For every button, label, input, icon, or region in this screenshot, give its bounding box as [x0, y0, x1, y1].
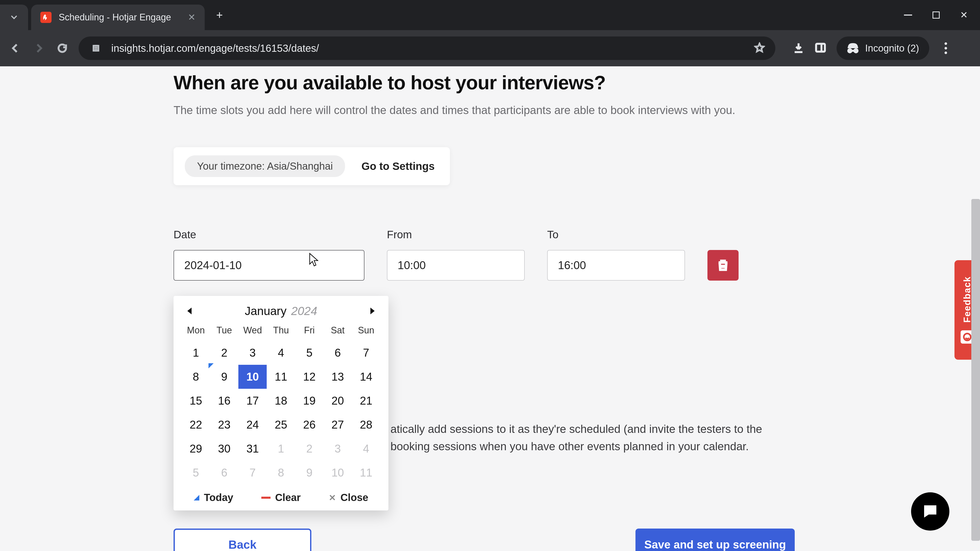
- main-content: When are you available to host your inte…: [173, 66, 796, 281]
- calendar-day[interactable]: 20: [324, 389, 352, 413]
- calendar-day[interactable]: 10: [239, 365, 267, 389]
- back-icon[interactable]: [8, 41, 22, 56]
- calendar-day[interactable]: 27: [324, 413, 352, 437]
- trash-icon: [716, 259, 730, 272]
- calendar-day[interactable]: 9: [210, 365, 239, 389]
- side-panel-icon[interactable]: [815, 42, 826, 55]
- calendar-day[interactable]: 17: [239, 389, 267, 413]
- browser-tab[interactable]: Scheduling - Hotjar Engage ✕: [31, 5, 205, 30]
- page-heading: When are you available to host your inte…: [173, 71, 796, 94]
- window-maximize-icon[interactable]: [932, 11, 940, 19]
- browser-menu-icon[interactable]: [939, 42, 952, 54]
- date-input[interactable]: [173, 250, 364, 281]
- from-label: From: [387, 229, 525, 241]
- downloads-icon[interactable]: [793, 42, 804, 55]
- calendar-day[interactable]: 11: [267, 365, 295, 389]
- chat-icon: [921, 502, 939, 521]
- calendar-day: 2: [295, 437, 324, 461]
- calendar-day[interactable]: 23: [210, 413, 239, 437]
- date-label: Date: [173, 229, 364, 241]
- calendar-day: 1: [267, 437, 295, 461]
- calendar-day: 8: [267, 461, 295, 485]
- calendar-dow: Fri: [295, 321, 324, 341]
- chat-fab[interactable]: [911, 492, 950, 530]
- calendar-day[interactable]: 19: [295, 389, 324, 413]
- calendar-day: 9: [295, 461, 324, 485]
- calendar-info-text: atically add sessions to it as they're s…: [390, 421, 789, 454]
- calendar-month-year[interactable]: January2024: [245, 304, 317, 318]
- settings-link[interactable]: Go to Settings: [361, 160, 434, 172]
- calendar-grid: MonTueWedThuFriSatSun1234567891011121314…: [182, 321, 380, 485]
- calendar-clear-button[interactable]: Clear: [261, 492, 301, 503]
- hotjar-favicon-icon: [40, 12, 52, 23]
- calendar-day[interactable]: 29: [182, 437, 210, 461]
- tab-search-dropdown[interactable]: [0, 5, 28, 30]
- forward-icon[interactable]: [32, 41, 46, 56]
- from-input[interactable]: [387, 250, 525, 281]
- calendar-day[interactable]: 24: [239, 413, 267, 437]
- delete-slot-button[interactable]: [708, 250, 738, 281]
- calendar-day[interactable]: 5: [295, 341, 324, 365]
- feedback-label: Feedback: [962, 276, 973, 323]
- page-subheading: The time slots you add here will control…: [173, 104, 796, 117]
- window-close-icon[interactable]: ✕: [960, 10, 968, 21]
- calendar-day: 4: [352, 437, 380, 461]
- calendar-dow: Wed: [239, 321, 267, 341]
- calendar-day[interactable]: 30: [210, 437, 239, 461]
- address-bar[interactable]: [79, 37, 775, 60]
- calendar-day[interactable]: 21: [352, 389, 380, 413]
- incognito-label: Incognito (2): [865, 43, 919, 54]
- calendar-day[interactable]: 22: [182, 413, 210, 437]
- vertical-scrollbar[interactable]: [971, 199, 980, 541]
- calendar-day[interactable]: 7: [352, 341, 380, 365]
- calendar-day: 5: [182, 461, 210, 485]
- from-field-group: From: [387, 229, 525, 281]
- timezone-chip: Your timezone: Asia/Shanghai: [185, 156, 345, 177]
- to-label: To: [547, 229, 685, 241]
- calendar-dow: Mon: [182, 321, 210, 341]
- reload-icon[interactable]: [55, 41, 69, 56]
- tab-title: Scheduling - Hotjar Engage: [59, 12, 180, 23]
- calendar-day[interactable]: 16: [210, 389, 239, 413]
- bookmark-star-icon[interactable]: [754, 42, 765, 54]
- calendar-day[interactable]: 14: [352, 365, 380, 389]
- calendar-dow: Tue: [210, 321, 239, 341]
- window-controls: ✕: [904, 0, 980, 30]
- calendar-day[interactable]: 8: [182, 365, 210, 389]
- calendar-day[interactable]: 4: [267, 341, 295, 365]
- next-month-icon[interactable]: [367, 306, 377, 316]
- tab-close-icon[interactable]: ✕: [188, 12, 196, 23]
- calendar-day[interactable]: 26: [295, 413, 324, 437]
- calendar-dow: Sun: [352, 321, 380, 341]
- calendar-day[interactable]: 12: [295, 365, 324, 389]
- calendar-day[interactable]: 25: [267, 413, 295, 437]
- calendar-day[interactable]: 6: [324, 341, 352, 365]
- calendar-day[interactable]: 2: [210, 341, 239, 365]
- calendar-day[interactable]: 15: [182, 389, 210, 413]
- window-minimize-icon[interactable]: [904, 14, 912, 16]
- to-input[interactable]: [547, 250, 685, 281]
- calendar-day[interactable]: 31: [239, 437, 267, 461]
- calendar-day[interactable]: 3: [239, 341, 267, 365]
- calendar-today-button[interactable]: Today: [194, 492, 233, 503]
- prev-month-icon[interactable]: [185, 306, 195, 316]
- calendar-day[interactable]: 28: [352, 413, 380, 437]
- calendar-day: 11: [352, 461, 380, 485]
- page-viewport: When are you available to host your inte…: [0, 66, 980, 551]
- calendar-day[interactable]: 18: [267, 389, 295, 413]
- save-button[interactable]: Save and set up screening: [635, 529, 795, 551]
- back-button[interactable]: Back: [173, 529, 311, 551]
- calendar-day: 3: [324, 437, 352, 461]
- new-tab-button[interactable]: +: [212, 7, 227, 23]
- footer-buttons: Back Save and set up screening: [173, 529, 795, 551]
- url-input[interactable]: [111, 43, 746, 54]
- site-info-icon[interactable]: [89, 41, 103, 56]
- calendar-close-button[interactable]: ✕Close: [329, 492, 368, 503]
- today-marker-icon: [194, 495, 199, 500]
- clear-marker-icon: [261, 497, 270, 499]
- calendar-day[interactable]: 13: [324, 365, 352, 389]
- incognito-badge[interactable]: Incognito (2): [837, 37, 929, 60]
- calendar-day[interactable]: 1: [182, 341, 210, 365]
- to-field-group: To: [547, 229, 685, 281]
- calendar-footer: Today Clear ✕Close: [182, 485, 380, 503]
